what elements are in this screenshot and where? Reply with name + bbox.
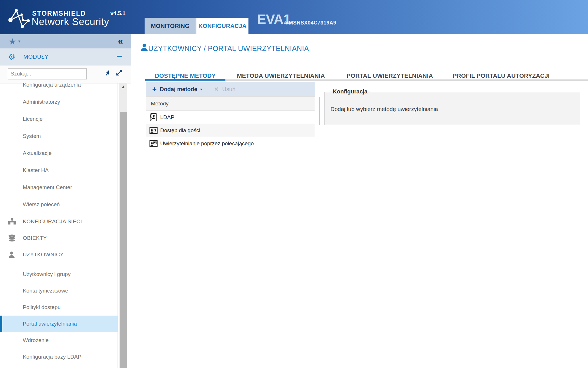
- chevron-down-icon[interactable]: ▾: [200, 87, 202, 91]
- sidebar-item-konfiguracja-bazy-ldap[interactable]: Konfiguracja bazy LDAP: [0, 349, 118, 365]
- sidebar-section-uzytkownicy[interactable]: UŻYTKOWNICY: [0, 246, 118, 263]
- method-row-uwierzytelnianie-poprzez-polecajacego[interactable]: Uwierzytelnianie poprzez polecającego: [146, 137, 315, 150]
- sidebar-scrollbar[interactable]: ▲: [119, 83, 127, 368]
- sidebar-collapse-icon[interactable]: «: [118, 36, 123, 46]
- sidebar-item-aktualizacje[interactable]: Aktualizacje: [0, 145, 118, 162]
- favorites-star-icon[interactable]: ★: [9, 36, 16, 46]
- app-root: STORMSHIELD Network Security v4.5.1 MONI…: [0, 0, 588, 368]
- sidebar-item-licencje[interactable]: Licencje: [0, 111, 118, 128]
- delete-method-button[interactable]: Usuń: [222, 86, 236, 93]
- page-title: UŻYTKOWNICY / PORTAL UWIERZYTELNIANIA: [148, 44, 309, 53]
- database-icon: [8, 234, 17, 242]
- methods-pane: + Dodaj metodę ▾ ✕ Usuń Metody: [146, 82, 315, 368]
- delete-x-icon: ✕: [214, 86, 219, 93]
- sidebar-item-konta-tymczasowe[interactable]: Konta tymczasowe: [0, 283, 118, 299]
- scrollbar-thumb[interactable]: [120, 112, 127, 368]
- pane-splitter-handle[interactable]: [319, 97, 320, 125]
- active-tab-underline: [145, 79, 225, 81]
- tab-konfiguracja[interactable]: KONFIGURACJA: [196, 18, 248, 34]
- add-method-button[interactable]: Dodaj metodę: [160, 86, 197, 93]
- sidebar-item-polityki-dostepu[interactable]: Polityki dostępu: [0, 299, 118, 316]
- stormshield-logo-icon: [7, 7, 31, 29]
- scrollbar-up-icon[interactable]: ▲: [119, 83, 127, 90]
- plus-icon: +: [152, 85, 157, 93]
- sponsor-mail-icon: [149, 140, 158, 148]
- brand-product: Network Security: [32, 16, 109, 27]
- favorites-caret-icon[interactable]: ▾: [18, 39, 20, 44]
- network-icon: [8, 218, 17, 225]
- users-submenu: Użytkownicy i grupy Konta tymczasowe Pol…: [0, 266, 118, 365]
- expand-all-icon[interactable]: [115, 69, 123, 77]
- method-label: LDAP: [160, 114, 174, 120]
- tab-baseline: [225, 79, 588, 81]
- method-label: Uwierzytelnianie poprzez polecającego: [160, 140, 254, 147]
- configuration-fieldset: Konfiguracja Dodaj lub wybierz metodę uw…: [324, 92, 580, 125]
- tab-monitoring[interactable]: MONITORING: [145, 18, 196, 34]
- user-icon: [8, 251, 17, 258]
- sidebar-item-klaster-ha[interactable]: Klaster HA: [0, 162, 118, 179]
- version-label: v4.5.1: [110, 10, 126, 17]
- gear-icon: ⚙: [8, 52, 15, 62]
- sidebar: ★ ▾ « ⚙ MODUŁY: [0, 34, 131, 368]
- sidebar-menu: Konfiguracja urządzenia Administratorzy …: [0, 83, 118, 368]
- sidebar-item-management-center[interactable]: Management Center: [0, 179, 118, 196]
- sidebar-section-label: UŻYTKOWNICY: [23, 252, 64, 258]
- address-book-icon: [149, 113, 158, 122]
- sidebar-item-portal-uwierzytelniania[interactable]: Portal uwierzytelniania: [0, 316, 118, 332]
- modules-header-label: MODUŁY: [23, 54, 49, 60]
- method-row-dostep-dla-gosci[interactable]: ? Dostęp dla gości: [146, 124, 315, 137]
- sidebar-section-konfiguracja-sieci[interactable]: KONFIGURACJA SIECI: [0, 213, 118, 230]
- sidebar-item-wdrozenie[interactable]: Wdrożenie: [0, 332, 118, 349]
- sidebar-section-label: OBIEKTY: [23, 235, 47, 241]
- modules-header[interactable]: ⚙ MODUŁY: [0, 48, 131, 66]
- sidebar-item-wiersz-polecen[interactable]: Wiersz poleceń: [0, 196, 118, 213]
- sidebar-item-konfiguracja-urzadzenia[interactable]: Konfiguracja urządzenia: [0, 83, 118, 93]
- guest-access-icon: ?: [149, 126, 158, 134]
- sidebar-item-system[interactable]: System: [0, 128, 118, 145]
- sidebar-item-uzytkownicy-i-grupy[interactable]: Użytkownicy i grupy: [0, 266, 118, 283]
- configuration-legend: Konfiguracja: [330, 88, 370, 95]
- sidebar-section-obiekty[interactable]: OBIEKTY: [0, 230, 118, 246]
- sidebar-item-administratorzy[interactable]: Administratorzy: [0, 93, 118, 111]
- methods-column-header: Metody: [146, 96, 315, 111]
- method-label: Dostęp dla gości: [160, 127, 200, 134]
- app-header: STORMSHIELD Network Security v4.5.1 MONI…: [0, 0, 588, 34]
- users-section-icon: [140, 43, 149, 52]
- device-serial: VMSNSX04C7319A9: [285, 20, 336, 26]
- sidebar-search-bar: [0, 66, 131, 83]
- modules-collapse-minus-icon[interactable]: [117, 56, 122, 57]
- configuration-empty-text: Dodaj lub wybierz metodę uwierzytelniani…: [330, 106, 438, 113]
- method-row-ldap[interactable]: LDAP: [146, 111, 315, 124]
- collapse-all-icon[interactable]: [105, 69, 111, 76]
- methods-toolbar: + Dodaj metodę ▾ ✕ Usuń: [146, 82, 315, 96]
- svg-text:?: ?: [154, 128, 156, 133]
- main-content: UŻYTKOWNICY / PORTAL UWIERZYTELNIANIA DO…: [131, 34, 588, 368]
- search-input[interactable]: [8, 68, 87, 79]
- sidebar-divider: [0, 263, 118, 263]
- sidebar-section-label: KONFIGURACJA SIECI: [23, 218, 82, 225]
- favorites-bar: ★ ▾ «: [0, 34, 131, 48]
